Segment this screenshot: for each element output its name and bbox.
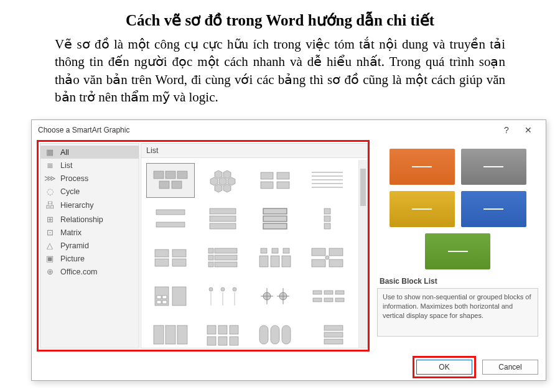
highlight-ok: OK — [413, 356, 476, 378]
category-cycle[interactable]: ◌ Cycle — [40, 185, 139, 198]
layout-radial[interactable] — [251, 279, 299, 314]
svg-rect-35 — [172, 259, 186, 266]
svg-rect-78 — [166, 325, 175, 344]
svg-marker-10 — [215, 184, 222, 192]
layout-grid-blocks[interactable] — [198, 317, 247, 348]
svg-rect-77 — [154, 325, 164, 344]
category-picture[interactable]: ▣ Picture — [40, 252, 139, 265]
category-list-item[interactable]: ≣ List — [40, 159, 139, 172]
relationship-icon: ⊞ — [44, 215, 55, 224]
svg-rect-87 — [271, 325, 279, 344]
layout-small-boxes[interactable] — [303, 202, 352, 236]
svg-rect-46 — [271, 256, 279, 267]
preview-block — [390, 149, 455, 185]
category-matrix[interactable]: ⊡ Matrix — [40, 226, 139, 239]
category-list: ▦ All ≣ List ⋙ Process ◌ Cycle 品 Hiera — [40, 143, 139, 348]
category-process[interactable]: ⋙ Process — [40, 172, 139, 185]
scrollbar-thumb[interactable] — [360, 169, 366, 206]
svg-rect-33 — [172, 250, 186, 257]
category-officecom[interactable]: ⊕ Office.com — [40, 265, 139, 278]
layout-nested[interactable] — [146, 279, 195, 314]
layout-three-panel[interactable] — [146, 317, 195, 348]
layout-gallery — [141, 158, 367, 348]
svg-rect-31 — [324, 223, 330, 229]
category-relationship[interactable]: ⊞ Relationship — [40, 213, 139, 226]
svg-rect-73 — [324, 291, 333, 294]
layout-two-column[interactable] — [146, 240, 195, 275]
dialog-footer: OK Cancel — [32, 354, 546, 380]
svg-rect-58 — [162, 301, 167, 304]
svg-rect-29 — [324, 208, 330, 214]
svg-rect-81 — [218, 325, 227, 334]
gallery-scrollbar[interactable] — [358, 160, 367, 348]
svg-rect-76 — [335, 298, 344, 302]
svg-rect-1 — [166, 171, 175, 179]
preview-block — [461, 149, 526, 185]
process-icon: ⋙ — [44, 174, 55, 183]
gallery-header: List — [141, 144, 367, 158]
svg-rect-89 — [324, 325, 343, 330]
svg-point-50 — [325, 256, 329, 259]
svg-point-60 — [221, 287, 225, 291]
layout-stacked[interactable] — [146, 202, 195, 236]
svg-rect-90 — [324, 332, 343, 337]
layout-vertical-bracket[interactable] — [251, 202, 299, 236]
svg-point-59 — [209, 287, 213, 291]
layout-pill-columns[interactable] — [251, 317, 299, 348]
svg-rect-21 — [156, 210, 185, 215]
layout-bullet-columns[interactable] — [198, 279, 247, 314]
layout-hexagon-cluster[interactable] — [198, 163, 247, 198]
ok-button[interactable]: OK — [416, 360, 472, 375]
picture-icon: ▣ — [44, 254, 55, 263]
cancel-button[interactable]: Cancel — [482, 360, 538, 375]
preview-block — [461, 191, 526, 227]
category-label: List — [60, 161, 72, 170]
category-label: Hierarchy — [60, 201, 94, 210]
svg-rect-23 — [210, 208, 236, 214]
svg-rect-36 — [208, 248, 213, 253]
layout-right-bars[interactable] — [303, 317, 352, 348]
svg-rect-75 — [335, 291, 344, 294]
dialog-titlebar: Choose a SmartArt Graphic ? ✕ — [32, 120, 546, 140]
layout-lined-list[interactable] — [303, 163, 352, 198]
svg-rect-91 — [324, 339, 343, 344]
preview-title: Basic Block List — [377, 273, 538, 288]
dialog-title: Choose a SmartArt Graphic — [38, 126, 129, 134]
layout-horizontal-bars[interactable] — [303, 279, 352, 314]
svg-rect-72 — [313, 298, 322, 302]
svg-rect-55 — [157, 296, 161, 299]
category-pyramid[interactable]: △ Pyramid — [40, 239, 139, 252]
svg-rect-86 — [259, 325, 268, 344]
help-button[interactable]: ? — [497, 125, 516, 135]
layout-columns-top[interactable] — [251, 240, 299, 275]
category-label: Office.com — [60, 268, 98, 276]
svg-marker-7 — [210, 177, 218, 185]
layout-basic-block-list[interactable] — [146, 163, 195, 198]
all-icon: ▦ — [44, 147, 55, 157]
category-label: Cycle — [60, 187, 80, 196]
matrix-icon: ⊡ — [44, 228, 55, 237]
svg-rect-85 — [230, 337, 238, 345]
smartart-dialog: Choose a SmartArt Graphic ? ✕ ▦ All ≣ Li… — [31, 119, 546, 381]
svg-rect-0 — [154, 171, 164, 179]
category-label: Picture — [60, 254, 85, 263]
svg-rect-84 — [218, 337, 227, 345]
svg-rect-14 — [261, 182, 273, 189]
svg-marker-6 — [223, 170, 231, 179]
svg-rect-71 — [313, 291, 322, 294]
layout-picture-caption[interactable] — [251, 163, 299, 198]
close-button[interactable]: ✕ — [516, 125, 541, 135]
layout-vertical-box[interactable] — [198, 202, 247, 236]
layout-tab-list[interactable] — [198, 240, 247, 275]
svg-rect-39 — [215, 255, 237, 260]
layout-connected-blocks[interactable] — [303, 240, 352, 275]
svg-rect-49 — [329, 248, 343, 256]
svg-rect-27 — [263, 216, 287, 222]
category-hierarchy[interactable]: 品 Hierarchy — [40, 198, 139, 213]
svg-rect-32 — [155, 250, 169, 257]
category-label: Relationship — [60, 215, 103, 224]
svg-rect-83 — [207, 337, 216, 345]
svg-rect-74 — [324, 298, 333, 302]
category-all[interactable]: ▦ All — [40, 146, 139, 159]
svg-rect-38 — [208, 255, 213, 260]
